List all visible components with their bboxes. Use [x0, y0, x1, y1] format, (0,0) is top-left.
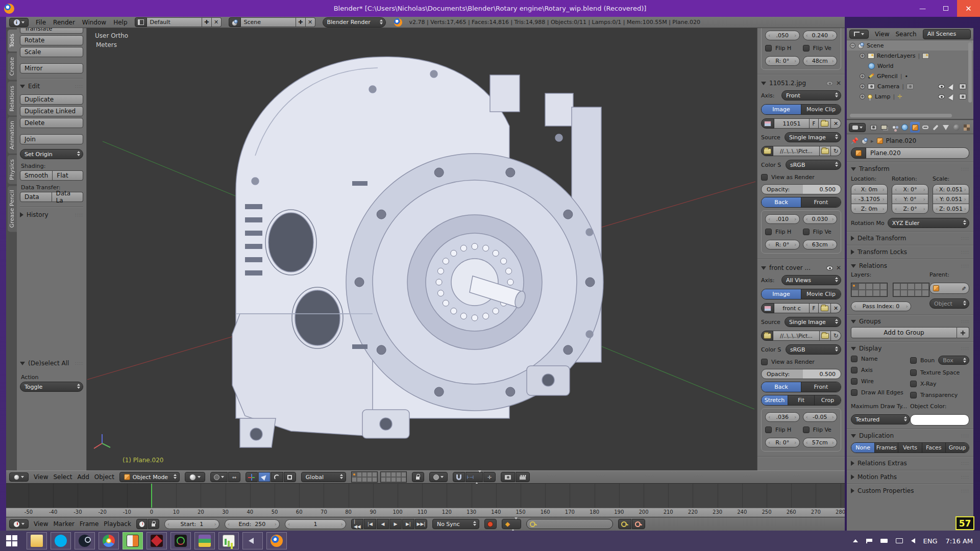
bg1-eye-icon[interactable]	[826, 81, 833, 86]
tab-grease-pencil[interactable]: Grease Pencil	[8, 186, 17, 232]
delete-keyframe-button[interactable]	[632, 519, 645, 529]
relations-extras-header[interactable]: Relations Extras::::	[851, 460, 969, 467]
bg2-offset-x[interactable]: .036	[765, 412, 800, 422]
taskbar-app-winrar[interactable]	[194, 532, 215, 549]
viewport-shading-dropdown[interactable]	[185, 472, 205, 482]
scene-add-button[interactable]: ✚	[296, 17, 306, 27]
selectability-toggle-icon[interactable]	[948, 83, 955, 90]
layer-cell[interactable]	[866, 283, 873, 290]
display-texture-space-checkbox[interactable]: Texture Space	[910, 369, 969, 376]
taskbar-app-audio[interactable]	[242, 532, 263, 549]
outliner-row-lamp[interactable]: + Lamp| ✛	[847, 91, 973, 102]
layer-cell[interactable]	[908, 290, 915, 296]
opengl-render-button[interactable]	[501, 472, 515, 482]
taskbar-app-blender[interactable]	[266, 532, 287, 549]
tab-object-data[interactable]	[941, 122, 950, 133]
collapse-icon[interactable]: −	[850, 43, 855, 48]
jump-to-start-button[interactable]: |◀◀	[351, 519, 363, 529]
mode-dropdown[interactable]: Object Mode	[119, 472, 180, 482]
viewport-menu-object[interactable]: Object	[94, 473, 114, 481]
join-button[interactable]: Join	[20, 134, 83, 144]
layer-cell[interactable]	[381, 477, 386, 482]
bg1-view-as-render[interactable]: View as Render	[761, 174, 841, 181]
rotation-x[interactable]: X: 0°	[892, 184, 928, 194]
bg1-unlink-button[interactable]: ✕	[831, 118, 841, 129]
bg1-reload-button[interactable]: ↻	[831, 146, 841, 156]
scene-lock-button[interactable]	[412, 472, 424, 482]
tab-scene[interactable]	[890, 122, 899, 133]
timeline-menu-frame[interactable]: Frame	[80, 520, 99, 528]
timeline-menu-marker[interactable]: Marker	[53, 520, 74, 528]
bg2-size[interactable]: 57cm	[803, 438, 838, 447]
display-panel-header[interactable]: Display::::	[851, 345, 969, 352]
snap-target-button[interactable]: ✛	[483, 472, 496, 482]
location-x[interactable]: X: 0m	[851, 184, 888, 194]
bg1-opacity-slider[interactable]: Opacity:0.500	[761, 184, 841, 194]
bg2-offset-y[interactable]: -0.05	[803, 412, 838, 422]
tab-world[interactable]	[900, 122, 909, 133]
layer-cell[interactable]	[357, 472, 362, 477]
bg1-source-dropdown[interactable]: Single Image	[785, 132, 841, 142]
lock-frame-range-toggle[interactable]	[148, 519, 159, 529]
bg1-axis-dropdown[interactable]: Front	[781, 90, 841, 101]
viewport-menu-add[interactable]: Add	[78, 473, 89, 481]
bg0-flip-v[interactable]: Flip Ve	[803, 45, 838, 52]
tab-create[interactable]: Create	[8, 53, 17, 80]
bg2-rotation[interactable]: R: 0°	[765, 438, 800, 447]
layer-cell[interactable]	[401, 472, 406, 477]
tab-animation[interactable]: Animation	[8, 117, 17, 154]
set-origin-dropdown[interactable]: Set Origin	[20, 149, 83, 159]
delta-transform-header[interactable]: Delta Transform::::	[851, 235, 969, 242]
bg2-unlink-button[interactable]: ✕	[831, 303, 841, 313]
layer-cell[interactable]	[357, 477, 362, 482]
bg1-remove-icon[interactable]: ✕	[836, 80, 841, 87]
bg2-fake-user-button[interactable]: F	[810, 303, 819, 313]
layer-cell[interactable]	[372, 472, 377, 477]
expand-icon[interactable]: +	[860, 94, 865, 99]
outliner-vertical-scrollbar[interactable]	[968, 42, 972, 103]
layer-cell[interactable]	[859, 290, 866, 296]
bg2-browse-button[interactable]	[820, 331, 831, 341]
transform-locks-header[interactable]: Transform Locks::::	[851, 248, 969, 256]
edit-panel-header[interactable]: Edit::::	[20, 83, 83, 90]
menu-help[interactable]: Help	[113, 19, 127, 26]
editor-type-selector[interactable]: i	[9, 18, 29, 27]
action-center-icon[interactable]	[866, 539, 872, 543]
layer-cell[interactable]	[396, 472, 401, 477]
taskbar-app-benchmark[interactable]	[170, 532, 191, 549]
layer-cell[interactable]	[386, 472, 391, 477]
display-transparency-checkbox[interactable]: Transparency	[910, 392, 969, 398]
frame-end-field[interactable]: End: 250	[225, 519, 280, 529]
bg2-reload-button[interactable]: ↻	[831, 331, 841, 341]
rotation-mode-dropdown[interactable]: XYZ Euler	[888, 218, 969, 228]
bg1-offset-y[interactable]: 0.030	[803, 214, 838, 224]
timeline-editor-selector[interactable]	[9, 519, 29, 529]
taskbar-app-file-explorer[interactable]	[27, 532, 47, 549]
menu-file[interactable]: File	[36, 19, 46, 26]
outliner-editor-selector[interactable]	[849, 30, 869, 39]
transform-panel-header[interactable]: Transform::::	[851, 165, 969, 172]
bg0-offset-y[interactable]: 0.240	[803, 31, 838, 40]
new-group-button[interactable]	[957, 327, 969, 338]
taskbar-app-steam[interactable]	[75, 532, 95, 549]
data-layout-button[interactable]: Data La	[52, 192, 84, 202]
bg2-filepath[interactable]: //..\..\..\Pict... ↻	[761, 331, 841, 341]
shade-smooth-button[interactable]: Smooth	[20, 170, 53, 181]
mirror-button[interactable]: Mirror	[20, 63, 83, 73]
bg2-axis-dropdown[interactable]: All Views	[781, 275, 841, 285]
volume-icon[interactable]	[911, 538, 915, 543]
layout-delete-button[interactable]: ✕	[212, 17, 222, 27]
layer-cell[interactable]	[386, 477, 391, 482]
layer-cell[interactable]	[893, 290, 900, 296]
render-engine-dropdown[interactable]: Blender Render	[323, 17, 386, 28]
bg1-size[interactable]: 63cm	[803, 240, 838, 249]
menu-render[interactable]: Render	[53, 19, 75, 26]
layer-cell[interactable]	[922, 283, 929, 290]
visibility-toggle-icon[interactable]	[938, 94, 945, 99]
bg2-back-front-toggle[interactable]: BackFront	[761, 382, 841, 392]
display-all-edges-checkbox[interactable]: Draw All Edges	[851, 389, 910, 396]
timeline[interactable]: -50-40-30-20-100102030405060708090100110…	[6, 484, 845, 517]
network-icon[interactable]	[896, 538, 903, 543]
bg2-frame-method-toggle[interactable]: StretchFitCrop	[761, 395, 841, 406]
bg2-flip-h[interactable]: Flip H	[765, 427, 800, 433]
